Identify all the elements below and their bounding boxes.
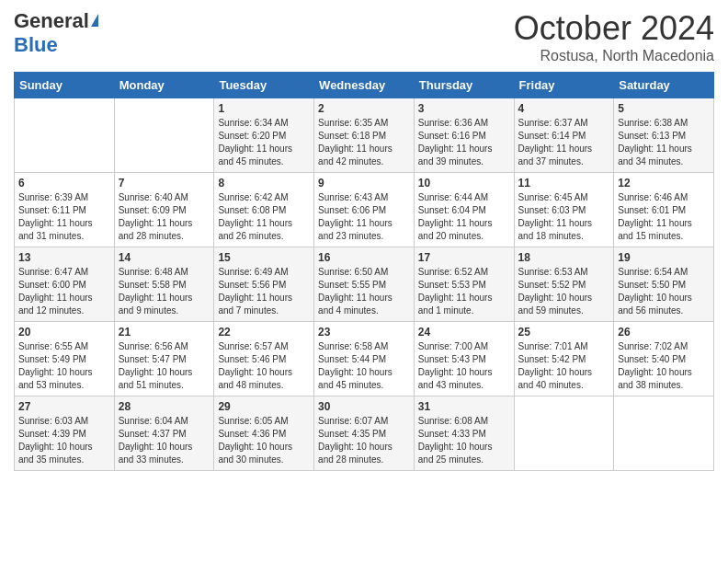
day-info: Sunrise: 6:45 AMSunset: 6:03 PMDaylight:… [518,191,610,243]
day-info: Sunrise: 6:44 AMSunset: 6:04 PMDaylight:… [418,191,510,243]
calendar-cell: 5Sunrise: 6:38 AMSunset: 6:13 PMDaylight… [614,98,714,173]
calendar-cell: 27Sunrise: 6:03 AMSunset: 4:39 PMDayligh… [15,396,115,471]
calendar-cell: 13Sunrise: 6:47 AMSunset: 6:00 PMDayligh… [15,247,115,322]
calendar-week-4: 20Sunrise: 6:55 AMSunset: 5:49 PMDayligh… [15,322,714,396]
day-number: 2 [318,102,410,115]
calendar-cell: 3Sunrise: 6:36 AMSunset: 6:16 PMDaylight… [414,98,514,173]
day-number: 1 [218,102,310,115]
day-number: 31 [418,400,510,413]
day-number: 22 [218,326,310,339]
day-number: 10 [418,177,510,190]
day-number: 18 [518,251,610,264]
day-info: Sunrise: 6:53 AMSunset: 5:52 PMDaylight:… [518,266,610,317]
day-number: 21 [119,326,210,339]
calendar-cell [15,98,115,173]
calendar-cell: 17Sunrise: 6:52 AMSunset: 5:53 PMDayligh… [414,247,514,322]
calendar-cell: 4Sunrise: 6:37 AMSunset: 6:14 PMDaylight… [514,98,614,173]
calendar-week-5: 27Sunrise: 6:03 AMSunset: 4:39 PMDayligh… [15,396,714,471]
day-info: Sunrise: 6:07 AMSunset: 4:35 PMDaylight:… [318,415,410,466]
day-number: 30 [318,400,410,413]
day-number: 26 [618,326,710,339]
day-number: 20 [18,326,110,339]
day-info: Sunrise: 6:55 AMSunset: 5:49 PMDaylight:… [18,340,110,392]
day-info: Sunrise: 6:03 AMSunset: 4:39 PMDaylight:… [18,415,110,466]
calendar-cell: 30Sunrise: 6:07 AMSunset: 4:35 PMDayligh… [314,396,415,471]
day-info: Sunrise: 6:34 AMSunset: 6:20 PMDaylight:… [218,117,310,168]
calendar-cell: 10Sunrise: 6:44 AMSunset: 6:04 PMDayligh… [414,173,514,247]
day-info: Sunrise: 7:00 AMSunset: 5:43 PMDaylight:… [418,340,510,392]
day-info: Sunrise: 6:57 AMSunset: 5:46 PMDaylight:… [218,340,310,392]
day-info: Sunrise: 6:56 AMSunset: 5:47 PMDaylight:… [119,340,210,392]
logo-triangle-icon [91,14,98,27]
day-info: Sunrise: 6:36 AMSunset: 6:16 PMDaylight:… [418,117,510,168]
day-info: Sunrise: 6:48 AMSunset: 5:58 PMDaylight:… [119,266,210,317]
day-info: Sunrise: 6:46 AMSunset: 6:01 PMDaylight:… [618,191,710,243]
calendar-cell: 21Sunrise: 6:56 AMSunset: 5:47 PMDayligh… [114,322,214,396]
day-number: 5 [618,102,710,115]
header-day-monday: Monday [114,73,214,98]
logo-general-text: General [14,9,89,33]
calendar-cell: 29Sunrise: 6:05 AMSunset: 4:36 PMDayligh… [214,396,314,471]
calendar-cell: 14Sunrise: 6:48 AMSunset: 5:58 PMDayligh… [114,247,214,322]
header-row: SundayMondayTuesdayWednesdayThursdayFrid… [15,73,714,98]
calendar-cell: 12Sunrise: 6:46 AMSunset: 6:01 PMDayligh… [614,173,714,247]
day-info: Sunrise: 6:05 AMSunset: 4:36 PMDaylight:… [218,415,310,466]
header-day-thursday: Thursday [414,73,514,98]
calendar-cell: 24Sunrise: 7:00 AMSunset: 5:43 PMDayligh… [414,322,514,396]
calendar-cell: 11Sunrise: 6:45 AMSunset: 6:03 PMDayligh… [514,173,614,247]
day-number: 19 [618,251,710,264]
day-number: 29 [218,400,310,413]
calendar-cell: 22Sunrise: 6:57 AMSunset: 5:46 PMDayligh… [214,322,314,396]
calendar-cell: 26Sunrise: 7:02 AMSunset: 5:40 PMDayligh… [614,322,714,396]
header: General Blue October 2024 Rostusa, North… [14,9,714,64]
day-number: 4 [518,102,610,115]
calendar-cell: 15Sunrise: 6:49 AMSunset: 5:56 PMDayligh… [214,247,314,322]
header-day-wednesday: Wednesday [314,73,415,98]
calendar-cell: 6Sunrise: 6:39 AMSunset: 6:11 PMDaylight… [15,173,115,247]
day-info: Sunrise: 7:02 AMSunset: 5:40 PMDaylight:… [618,340,710,392]
header-day-sunday: Sunday [15,73,115,98]
calendar-body: 1Sunrise: 6:34 AMSunset: 6:20 PMDaylight… [15,98,714,471]
calendar-cell: 28Sunrise: 6:04 AMSunset: 4:37 PMDayligh… [114,396,214,471]
day-number: 6 [18,177,110,190]
day-number: 16 [318,251,410,264]
day-info: Sunrise: 6:08 AMSunset: 4:33 PMDaylight:… [418,415,510,466]
page: General Blue October 2024 Rostusa, North… [0,0,728,485]
calendar-cell [514,396,614,471]
calendar-cell: 7Sunrise: 6:40 AMSunset: 6:09 PMDaylight… [114,173,214,247]
logo: General Blue [14,9,98,57]
day-info: Sunrise: 6:49 AMSunset: 5:56 PMDaylight:… [218,266,310,317]
day-number: 24 [418,326,510,339]
day-number: 7 [119,177,210,190]
calendar-cell: 8Sunrise: 6:42 AMSunset: 6:08 PMDaylight… [214,173,314,247]
day-number: 8 [218,177,310,190]
calendar-cell: 25Sunrise: 7:01 AMSunset: 5:42 PMDayligh… [514,322,614,396]
calendar-cell [614,396,714,471]
header-day-friday: Friday [514,73,614,98]
day-number: 9 [318,177,410,190]
calendar-cell: 23Sunrise: 6:58 AMSunset: 5:44 PMDayligh… [314,322,415,396]
day-info: Sunrise: 6:37 AMSunset: 6:14 PMDaylight:… [518,117,610,168]
day-info: Sunrise: 6:58 AMSunset: 5:44 PMDaylight:… [318,340,410,392]
calendar-week-1: 1Sunrise: 6:34 AMSunset: 6:20 PMDaylight… [15,98,714,173]
day-info: Sunrise: 7:01 AMSunset: 5:42 PMDaylight:… [518,340,610,392]
day-number: 3 [418,102,510,115]
calendar-cell: 31Sunrise: 6:08 AMSunset: 4:33 PMDayligh… [414,396,514,471]
calendar-cell: 2Sunrise: 6:35 AMSunset: 6:18 PMDaylight… [314,98,415,173]
calendar-cell: 19Sunrise: 6:54 AMSunset: 5:50 PMDayligh… [614,247,714,322]
calendar-cell: 20Sunrise: 6:55 AMSunset: 5:49 PMDayligh… [15,322,115,396]
day-number: 17 [418,251,510,264]
day-info: Sunrise: 6:43 AMSunset: 6:06 PMDaylight:… [318,191,410,243]
logo-blue-text: Blue [14,33,58,57]
day-info: Sunrise: 6:40 AMSunset: 6:09 PMDaylight:… [119,191,210,243]
location-subtitle: Rostusa, North Macedonia [514,48,714,64]
calendar-week-3: 13Sunrise: 6:47 AMSunset: 6:00 PMDayligh… [15,247,714,322]
calendar-header: SundayMondayTuesdayWednesdayThursdayFrid… [15,73,714,98]
day-number: 27 [18,400,110,413]
day-info: Sunrise: 6:52 AMSunset: 5:53 PMDaylight:… [418,266,510,317]
day-info: Sunrise: 6:35 AMSunset: 6:18 PMDaylight:… [318,117,410,168]
day-info: Sunrise: 6:42 AMSunset: 6:08 PMDaylight:… [218,191,310,243]
day-number: 23 [318,326,410,339]
day-number: 14 [119,251,210,264]
calendar-cell: 9Sunrise: 6:43 AMSunset: 6:06 PMDaylight… [314,173,415,247]
